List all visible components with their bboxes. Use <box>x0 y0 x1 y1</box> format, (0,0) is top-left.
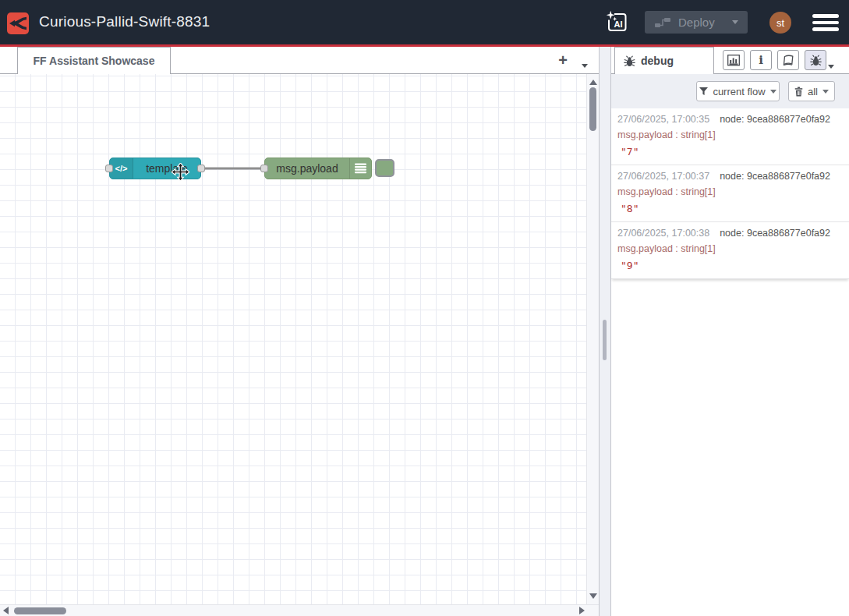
vertical-scrollbar[interactable] <box>586 74 599 604</box>
debug-message-property: msg.payload : string[1] <box>617 186 843 197</box>
info-icon: i <box>759 53 763 67</box>
code-icon: </> <box>110 158 133 179</box>
debug-message-value: "9" <box>617 260 843 271</box>
debug-message-value: "8" <box>617 203 843 214</box>
bug-icon <box>624 55 635 67</box>
debug-toggle-button[interactable] <box>375 159 394 177</box>
sidebar-tabbar: debug i <box>611 47 849 74</box>
node-debug[interactable]: msg.payload <box>264 158 372 179</box>
node-debug-label: msg.payload <box>265 162 349 175</box>
horizontal-scrollbar[interactable] <box>0 604 599 616</box>
debug-filter-label: current flow <box>713 86 765 97</box>
avatar-initials: st <box>776 17 784 29</box>
hamburger-icon <box>812 14 839 18</box>
move-cursor-icon <box>172 163 189 181</box>
scroll-down-arrow[interactable] <box>589 593 597 599</box>
bar-chart-icon <box>727 55 740 66</box>
debug-clear-label: all <box>808 86 818 97</box>
tab-flow-label: FF Assistant Showcase <box>34 55 155 67</box>
node-template-input-port[interactable] <box>105 165 113 172</box>
debug-message-list: 27/06/2025, 17:00:35 node: 9cea886877e0f… <box>611 108 849 279</box>
add-flow-button[interactable]: + <box>552 49 574 71</box>
node-debug-input-port[interactable] <box>260 165 268 172</box>
wires-layer <box>0 74 599 604</box>
debug-message-timestamp: 27/06/2025, 17:00:38 <box>617 228 709 239</box>
deploy-chevron-down-icon[interactable] <box>732 20 738 24</box>
sidebar-tab-debug-label: debug <box>641 55 674 67</box>
scroll-up-arrow[interactable] <box>589 80 597 85</box>
vertical-scrollbar-thumb[interactable] <box>589 87 596 131</box>
flow-list-chevron-down-icon[interactable] <box>582 58 588 70</box>
flowfuse-logo-icon <box>7 12 29 34</box>
debug-toolbar: current flow all <box>611 74 849 108</box>
avatar[interactable]: st <box>769 12 791 34</box>
debug-message-timestamp: 27/06/2025, 17:00:37 <box>617 171 709 182</box>
workspace-tabbar: FF Assistant Showcase + <box>0 47 599 74</box>
debug-message-node-id: node: 9cea886877e0fa92 <box>720 114 830 125</box>
scroll-left-arrow[interactable] <box>3 607 9 614</box>
page-title: Curious-Pallid-Swift-8831 <box>39 13 210 30</box>
deploy-label: Deploy <box>678 16 715 29</box>
trash-icon <box>794 87 803 97</box>
book-icon <box>782 55 794 65</box>
sidebar-tabs-chevron-down-icon[interactable] <box>828 58 834 71</box>
splitter-drag-handle[interactable] <box>603 320 607 360</box>
deploy-pipeline-icon <box>655 17 670 28</box>
debug-message-value: "7" <box>617 146 843 158</box>
scroll-right-arrow[interactable] <box>579 607 585 614</box>
help-tab-button[interactable] <box>777 50 799 70</box>
main-menu-button[interactable] <box>812 14 839 31</box>
dashboard-tab-button[interactable] <box>723 50 745 70</box>
funnel-icon <box>699 87 708 96</box>
ai-assistant-button[interactable]: AI <box>605 10 629 34</box>
debug-clear-button[interactable]: all <box>788 81 835 101</box>
svg-text:AI: AI <box>614 19 623 29</box>
debug-message[interactable]: 27/06/2025, 17:00:37 node: 9cea886877e0f… <box>611 165 849 222</box>
horizontal-scrollbar-thumb[interactable] <box>14 607 66 614</box>
header: Curious-Pallid-Swift-8831 AI Deploy st <box>0 0 849 44</box>
debug-tab-button[interactable] <box>805 50 826 70</box>
info-tab-button[interactable]: i <box>750 50 772 70</box>
sidebar: debug i <box>611 47 849 616</box>
debug-message[interactable]: 27/06/2025, 17:00:38 node: 9cea886877e0f… <box>611 222 849 279</box>
tab-flow[interactable]: FF Assistant Showcase <box>17 47 171 74</box>
sidebar-tab-debug[interactable]: debug <box>614 47 714 74</box>
debug-message-timestamp: 27/06/2025, 17:00:35 <box>617 114 709 125</box>
list-icon <box>349 158 371 179</box>
node-template-output-port[interactable] <box>197 165 205 172</box>
debug-message[interactable]: 27/06/2025, 17:00:35 node: 9cea886877e0f… <box>611 108 849 165</box>
node-template-label: template <box>133 162 200 175</box>
debug-filter-button[interactable]: current flow <box>696 81 780 101</box>
debug-message-node-id: node: 9cea886877e0fa92 <box>720 171 830 182</box>
node-red-editor: Curious-Pallid-Swift-8831 AI Deploy st <box>0 0 849 616</box>
debug-message-node-id: node: 9cea886877e0fa92 <box>720 228 830 239</box>
bug-icon <box>810 55 822 66</box>
debug-message-property: msg.payload : string[1] <box>617 129 843 140</box>
deploy-button[interactable]: Deploy <box>645 11 748 34</box>
debug-message-property: msg.payload : string[1] <box>617 243 843 254</box>
flow-canvas[interactable]: </> template msg.payload <box>0 74 599 604</box>
sidebar-splitter[interactable] <box>599 47 611 616</box>
